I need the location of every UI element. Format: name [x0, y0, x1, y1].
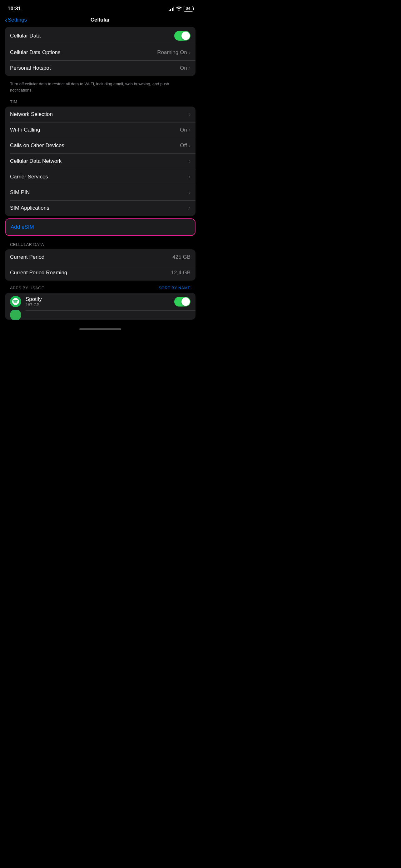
chevron-right-icon-sp: ›	[189, 190, 191, 195]
tim-section-label: TIM	[5, 98, 196, 106]
wifi-icon	[176, 6, 182, 11]
personal-hotspot-value: On ›	[180, 65, 191, 71]
main-settings-group: Cellular Data Cellular Data Options Roam…	[5, 27, 196, 76]
home-bar	[79, 329, 121, 330]
battery-level: 86	[186, 6, 190, 11]
wifi-calling-text: On	[180, 127, 187, 133]
current-period-roaming-label: Current Period Roaming	[10, 270, 67, 276]
chevron-right-icon: ›	[189, 50, 191, 55]
current-period-roaming-text: 12,4 GB	[171, 270, 191, 276]
sim-applications-row[interactable]: SIM Applications ›	[5, 200, 196, 216]
apps-list-group: Spotify 187 GB	[5, 293, 196, 320]
signal-bar-3	[172, 8, 173, 11]
spotify-row[interactable]: Spotify 187 GB	[5, 293, 196, 310]
spotify-toggle-knob	[181, 298, 190, 306]
cellular-description: Turn off cellular data to restrict all d…	[5, 79, 196, 98]
sort-by-name-button[interactable]: SORT BY NAME	[159, 286, 191, 290]
chevron-left-icon: ‹	[5, 17, 7, 24]
personal-hotspot-row[interactable]: Personal Hotspot On ›	[5, 60, 196, 76]
current-period-text: 425 GB	[172, 254, 191, 260]
cellular-data-row[interactable]: Cellular Data	[5, 27, 196, 45]
calls-other-devices-text: Off	[180, 143, 187, 149]
network-selection-label: Network Selection	[10, 111, 53, 118]
sim-pin-label: SIM PIN	[10, 189, 30, 195]
cellular-data-network-label: Cellular Data Network	[10, 158, 62, 164]
current-period-roaming-value: 12,4 GB	[171, 270, 191, 276]
calls-other-devices-label: Calls on Other Devices	[10, 143, 64, 149]
sim-applications-right: ›	[189, 205, 191, 211]
spotify-icon	[10, 296, 21, 307]
chevron-right-icon-cod: ›	[189, 143, 191, 148]
carrier-services-label: Carrier Services	[10, 174, 48, 180]
network-selection-row[interactable]: Network Selection ›	[5, 106, 196, 122]
chevron-right-icon-sa: ›	[189, 205, 191, 211]
cellular-data-network-right: ›	[189, 158, 191, 164]
chevron-right-icon-2: ›	[189, 65, 191, 71]
status-icons: 86	[169, 6, 193, 11]
add-esim-button[interactable]: Add eSIM	[6, 219, 195, 235]
sim-pin-row[interactable]: SIM PIN ›	[5, 185, 196, 200]
add-esim-container: Add eSIM	[5, 218, 196, 236]
spotify-name: Spotify	[26, 296, 174, 303]
partial-app-icon	[10, 310, 21, 320]
chevron-right-icon-cdn: ›	[189, 158, 191, 164]
partial-app-row	[5, 310, 196, 320]
wifi-calling-label: Wi-Fi Calling	[10, 127, 40, 133]
spotify-info: Spotify 187 GB	[26, 296, 174, 307]
spotify-logo-icon	[12, 298, 19, 305]
sim-applications-label: SIM Applications	[10, 205, 49, 211]
wifi-calling-row[interactable]: Wi-Fi Calling On ›	[5, 122, 196, 138]
cellular-data-options-label: Cellular Data Options	[10, 50, 61, 56]
status-time: 10:31	[7, 6, 21, 12]
page-title: Cellular	[91, 17, 110, 23]
chevron-right-icon-ns: ›	[189, 112, 191, 117]
cellular-data-options-text: Roaming On	[157, 50, 187, 56]
back-label: Settings	[8, 17, 27, 23]
current-period-row: Current Period 425 GB	[5, 249, 196, 265]
cellular-data-options-value: Roaming On ›	[157, 50, 191, 56]
back-button[interactable]: ‹ Settings	[5, 17, 27, 24]
signal-bar-2	[170, 9, 171, 11]
signal-bars-icon	[169, 6, 174, 11]
apps-usage-header: APPS BY USAGE SORT BY NAME	[5, 283, 196, 293]
current-period-value: 425 GB	[172, 254, 191, 260]
personal-hotspot-text: On	[180, 65, 187, 71]
spotify-size: 187 GB	[26, 303, 174, 307]
cellular-data-label: Cellular Data	[10, 33, 41, 39]
carrier-services-right: ›	[189, 174, 191, 180]
cellular-data-section: CELLULAR DATA Current Period 425 GB Curr…	[5, 241, 196, 320]
add-esim-label: Add eSIM	[11, 224, 34, 230]
cellular-data-network-row[interactable]: Cellular Data Network ›	[5, 153, 196, 169]
toggle-knob	[181, 32, 190, 40]
calls-other-devices-row[interactable]: Calls on Other Devices Off ›	[5, 138, 196, 153]
calls-other-devices-value: Off ›	[180, 143, 191, 149]
apps-usage-label: APPS BY USAGE	[10, 286, 44, 290]
personal-hotspot-label: Personal Hotspot	[10, 65, 51, 71]
cellular-data-stats-group: Current Period 425 GB Current Period Roa…	[5, 249, 196, 281]
tim-settings-group: Network Selection › Wi-Fi Calling On › C…	[5, 106, 196, 216]
current-period-roaming-row: Current Period Roaming 12,4 GB	[5, 265, 196, 281]
cellular-data-section-label: CELLULAR DATA	[5, 241, 196, 249]
wifi-calling-value: On ›	[180, 127, 191, 133]
status-bar: 10:31 86	[0, 0, 201, 16]
nav-bar: ‹ Settings Cellular	[0, 16, 201, 27]
home-indicator	[0, 322, 201, 333]
signal-bar-4	[173, 6, 174, 11]
sim-pin-right: ›	[189, 190, 191, 195]
chevron-right-icon-wc: ›	[189, 127, 191, 133]
signal-bar-1	[169, 10, 170, 11]
cellular-data-toggle[interactable]	[174, 31, 191, 41]
carrier-services-row[interactable]: Carrier Services ›	[5, 169, 196, 185]
chevron-right-icon-cs: ›	[189, 174, 191, 180]
battery-icon: 86	[183, 6, 193, 11]
current-period-label: Current Period	[10, 254, 45, 260]
spotify-toggle[interactable]	[174, 297, 191, 307]
cellular-data-options-row[interactable]: Cellular Data Options Roaming On ›	[5, 45, 196, 60]
network-selection-right: ›	[189, 112, 191, 117]
content: Cellular Data Cellular Data Options Roam…	[0, 27, 201, 320]
